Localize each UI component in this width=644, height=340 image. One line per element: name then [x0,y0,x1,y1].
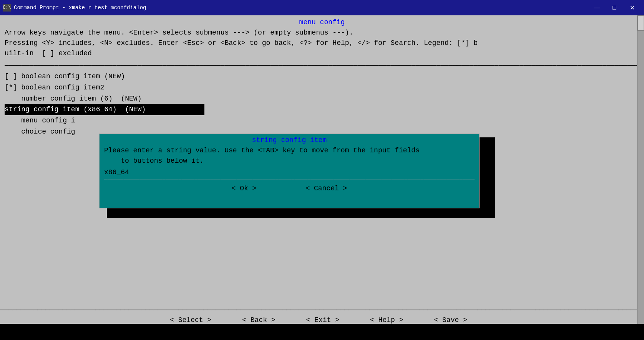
dialog-buttons: < Ok > < Cancel > [104,185,475,192]
info-text-1: Arrow keys navigate the menu. <Enter> se… [5,28,639,38]
list-item[interactable]: number config item (6) (NEW) [5,93,639,104]
bottom-buttons-row: < Select > < Back > < Exit > < Help > < … [0,316,637,324]
restore-button[interactable]: □ [606,0,623,15]
scrollbar-track[interactable] [637,15,644,340]
help-button[interactable]: < Help > [370,316,403,324]
cancel-button[interactable]: < Cancel > [304,185,349,192]
dialog-divider: ────────────────────────────────────────… [104,177,475,183]
terminal-content: menu config Arrow keys navigate the menu… [0,15,644,340]
close-button[interactable]: ✕ [623,0,641,15]
save-button[interactable]: < Save > [434,316,467,324]
dialog-input-value[interactable]: x86_64 [104,168,475,176]
list-item[interactable]: [*] boolean config item2 [5,82,639,93]
info-text-3: uilt-in [ ] excluded [5,48,639,59]
info-text-2: Pressing <Y> includes, <N> excludes. Ent… [5,38,639,48]
bottom-bar: ────────────────────────────────────────… [0,306,637,324]
select-button[interactable]: < Select > [170,316,211,324]
back-button[interactable]: < Back > [242,316,275,324]
taskbar-area [0,324,644,340]
menu-title: menu config [5,18,639,26]
terminal-area: menu config Arrow keys navigate the menu… [0,15,644,340]
dialog-body-line1: Please enter a string value. Use the <TA… [104,145,475,156]
menu-items-list: [ ] boolean config item (NEW) [*] boolea… [5,71,639,137]
ok-button[interactable]: < Ok > [230,185,258,192]
list-item-selected[interactable]: string config item (x86_64) (NEW) [5,104,639,115]
window-title: Command Prompt - xmake r test mconfdialo… [14,5,146,11]
string-config-dialog: string config item Please enter a string… [99,134,480,208]
dialog-body-line2: to buttons below it. [104,156,475,166]
list-item[interactable]: [ ] boolean config item (NEW) [5,71,639,82]
list-item[interactable]: menu config i [5,115,639,126]
app-icon: C:\ [3,4,11,12]
bottom-divider: ────────────────────────────────────────… [0,306,637,314]
minimize-button[interactable]: — [588,0,606,15]
titlebar-left: C:\ Command Prompt - xmake r test mconfd… [3,4,146,12]
scrollbar-thumb[interactable] [637,15,644,31]
titlebar: C:\ Command Prompt - xmake r test mconfd… [0,0,644,15]
top-divider: ────────────────────────────────────────… [5,62,639,69]
dialog-title: string config item [104,136,475,144]
exit-button[interactable]: < Exit > [306,316,339,324]
titlebar-controls: — □ ✕ [588,0,641,15]
